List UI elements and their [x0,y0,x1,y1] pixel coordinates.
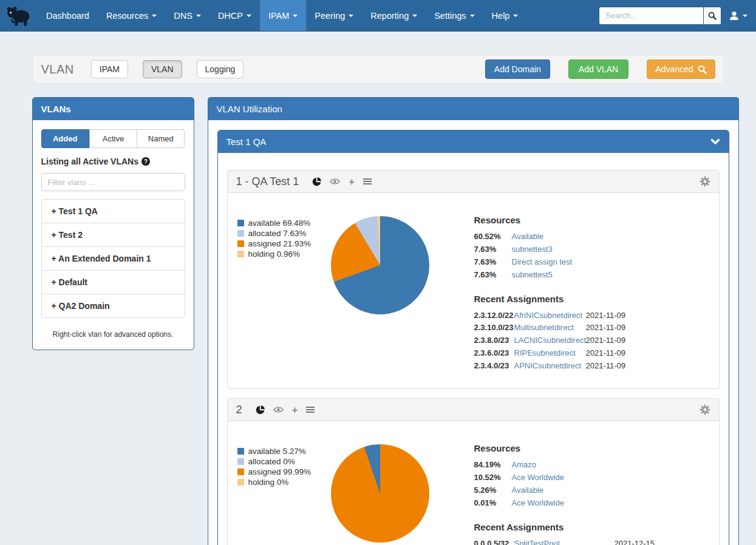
resource-link[interactable]: Available [512,232,544,242]
plus-icon[interactable]: + [292,405,298,415]
plus-icon[interactable]: + [349,177,355,187]
utilization-pie-chart [331,216,429,314]
legend-label: assigned 99.99% [248,467,312,476]
legend-label: assigned 21.93% [248,239,312,248]
resource-row: 7.63%subnettest3 [474,245,714,255]
assignment-link[interactable]: Multisubnetdirect [514,323,586,333]
resource-link[interactable]: Ace Worldwide [512,498,564,509]
legend-swatch [237,479,244,486]
assignments-heading: Recent Assignments [474,294,714,304]
assignments-heading: Recent Assignments [474,522,714,532]
search-input[interactable] [599,7,703,25]
vlan-list-item[interactable]: + QA2 Domain [42,294,185,317]
gear-icon[interactable] [700,176,710,187]
assignment-cidr: 2.3.10.0/23 [474,323,514,333]
eye-icon[interactable] [330,178,340,185]
caret-down-icon [293,15,298,17]
nav-label: Help [492,11,510,21]
resources-list: 84.19%Amazo 10.52%Ace Worldwide 5.26%Ava… [474,460,714,509]
assignment-link[interactable]: AfriNICsubnetdirect [514,311,586,321]
app-logo[interactable] [0,0,38,31]
tab-active[interactable]: Active [89,129,137,148]
legend-item: assigned 99.99% [237,467,329,476]
vlans-panel-title: VLANs [33,98,194,120]
help-icon[interactable]: ? [141,157,150,166]
vlan-filter-tabs: Added Active Named [41,129,185,148]
advanced-button[interactable]: Advanced [647,59,715,79]
resources-heading: Resources [474,443,714,453]
legend-item: available 69.48% [237,218,329,228]
resource-link[interactable]: Direct assign test [512,257,573,268]
pie-legend: available 5.27% allocated 0% assigned 99… [237,447,329,545]
tab-named[interactable]: Named [137,129,185,148]
nav-dashboard[interactable]: Dashboard [38,0,98,31]
eye-icon[interactable] [273,406,284,413]
caret-down-icon [196,15,201,17]
resource-row: 84.19%Amazo [474,460,714,470]
caret-down-icon [349,15,353,17]
add-domain-button[interactable]: Add Domain [485,59,550,79]
resource-link[interactable]: subnettest5 [512,270,553,280]
vlan-utilization-title: VLAN Utilization [208,98,738,120]
nav-help[interactable]: Help [483,0,527,31]
resource-link[interactable]: Available [512,486,544,496]
nav-peering[interactable]: Peering [306,0,362,31]
tab-logging[interactable]: Logging [197,60,244,78]
tab-vlan[interactable]: VLAN [143,60,182,78]
assignment-date: 2021-11-09 [586,323,626,333]
vlan-card-title: 2 [236,404,242,416]
assignment-date: 2021-11-09 [586,361,626,371]
listing-label: Listing all Active VLANs ? [41,157,185,166]
assignment-row: 0.0.0.5/32SplitTestPool2021-12-15 [474,539,714,545]
nav-resources[interactable]: Resources [98,0,165,31]
vlan-filter-input[interactable] [41,173,185,191]
nav-ipam[interactable]: IPAM [260,0,306,31]
assignment-link[interactable]: APNICsubnetdirect [514,361,586,371]
global-search [599,7,721,25]
resource-row: 10.52%Ace Worldwide [474,473,714,483]
pie-chart-icon[interactable] [312,177,321,186]
assignment-row: 2.3.6.0/23RIPEsubnetdirect2021-11-09 [474,348,714,359]
vlan-list-item[interactable]: + Test 2 [42,223,185,247]
assignment-date: 2021-11-09 [586,311,626,321]
panda-logo-icon [5,4,33,28]
listing-label-text: Listing all Active VLANs [41,157,139,166]
resource-row: 5.26%Available [474,486,714,496]
gear-icon[interactable] [700,404,710,415]
nav-dhcp[interactable]: DHCP [209,0,260,31]
menu-icon[interactable] [363,178,372,185]
add-vlan-button[interactable]: Add VLAN [568,59,628,79]
resource-pct: 7.63% [474,270,512,280]
resources-list: 60.52%Available 7.63%subnettest3 7.63%Di… [474,232,714,280]
nav-dns[interactable]: DNS [165,0,209,31]
resource-link[interactable]: subnettest3 [512,245,553,255]
pie-legend: available 69.48% allocated 7.63% assigne… [237,218,329,374]
legend-swatch [237,448,244,455]
caret-down-icon [412,15,417,17]
assignment-link[interactable]: SplitTestPool [514,539,615,545]
resource-pct: 84.19% [474,460,512,470]
resource-link[interactable]: Ace Worldwide [512,473,564,483]
tab-added[interactable]: Added [41,129,89,148]
collapse-toggle[interactable] [710,138,720,146]
resource-pct: 0.01% [474,498,512,509]
vlan-card-1: 1 - QA Test 1 [227,170,720,389]
resource-link[interactable]: Amazo [512,460,536,470]
vlan-list-item[interactable]: + Default [42,271,185,294]
pie-chart-icon[interactable] [256,405,265,415]
search-button[interactable] [703,7,721,25]
user-menu[interactable] [729,10,747,21]
nav-settings[interactable]: Settings [426,0,483,31]
user-icon [729,10,740,21]
assignment-row: 2.3.10.0/23Multisubnetdirect2021-11-09 [474,323,714,333]
vlan-list-item[interactable]: + An Extended Domain 1 [42,247,185,271]
menu-icon[interactable] [306,406,315,413]
vlan-list-item[interactable]: + Test 1 QA [42,200,185,223]
tab-ipam[interactable]: IPAM [91,60,128,78]
assignment-link[interactable]: LACNICsubnetdirect [514,336,586,346]
resource-pct: 5.26% [474,486,512,496]
assignment-link[interactable]: RIPEsubnetdirect [514,348,586,359]
legend-item: allocated 0% [237,457,329,466]
vlan-utilization-panel: VLAN Utilization Test 1 QA [208,97,739,545]
nav-reporting[interactable]: Reporting [362,0,426,31]
